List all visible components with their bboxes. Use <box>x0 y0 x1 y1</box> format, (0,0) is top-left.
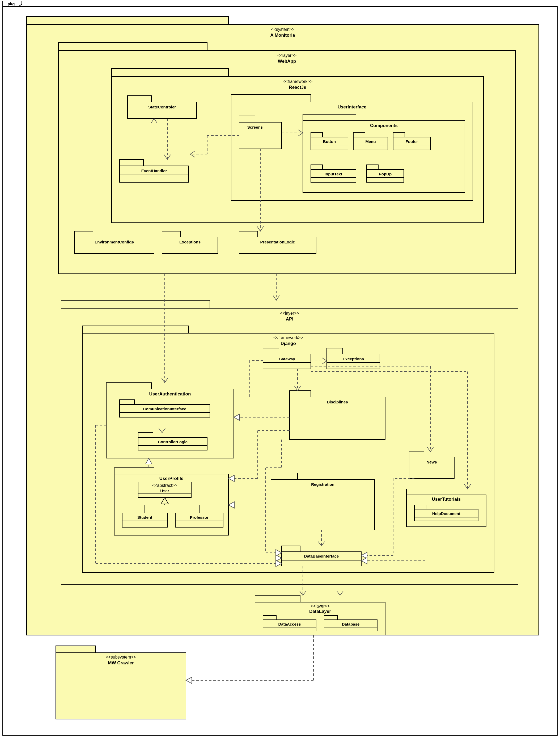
svg-rect-49 <box>263 354 311 369</box>
package-title: ComunicationInterface <box>143 407 186 411</box>
svg-rect-52 <box>327 354 380 369</box>
svg-rect-26 <box>393 132 405 137</box>
svg-rect-2 <box>27 16 228 24</box>
class-user: <<abstract>> User <box>138 482 191 497</box>
svg-rect-81 <box>415 505 426 509</box>
package-title: DataBaseInterface <box>304 554 339 559</box>
stereotype: <<system>> <box>271 27 295 32</box>
svg-rect-20 <box>311 132 323 137</box>
package-title: Menu <box>365 139 376 144</box>
class-title: Student <box>137 515 152 519</box>
package-title: UserTutorials <box>432 497 461 502</box>
stereotype: <<layer>> <box>311 604 330 608</box>
svg-rect-16 <box>239 116 255 122</box>
svg-rect-78 <box>271 479 375 530</box>
package-title: Registration <box>311 482 335 486</box>
package-title: ControllerLogic <box>158 439 187 444</box>
package-title: Button <box>323 139 336 144</box>
package-title: Exceptions <box>179 240 200 244</box>
svg-rect-38 <box>162 231 181 237</box>
package-title: Database <box>342 622 360 626</box>
svg-rect-41 <box>239 231 258 237</box>
svg-rect-59 <box>138 433 153 437</box>
svg-rect-6 <box>112 69 228 76</box>
package-title: PopUp <box>379 172 392 176</box>
stereotype: <<subsystem>> <box>106 655 136 659</box>
package-title: UserInterface <box>338 104 367 109</box>
package-title: HelpDocument <box>432 511 460 516</box>
stereotype: <<framework>> <box>273 335 303 340</box>
package-title: StateControler <box>148 105 176 109</box>
svg-rect-32 <box>367 165 378 169</box>
svg-rect-8 <box>127 96 151 102</box>
svg-rect-89 <box>263 616 276 620</box>
package-title: EventHandler <box>141 168 167 173</box>
package-title: Footer <box>406 139 418 144</box>
svg-rect-92 <box>324 616 338 620</box>
svg-rect-51 <box>327 348 343 354</box>
frame-tab-label: pkg <box>8 2 15 6</box>
svg-rect-54 <box>106 383 151 389</box>
package-title: Components <box>370 123 398 128</box>
svg-rect-73 <box>290 391 311 397</box>
uml-package-diagram: pkg <<system>> A Monitoria <<layer>> Web… <box>0 0 560 738</box>
package-title: UserAuthentication <box>149 391 191 396</box>
stereotype: <<layer>> <box>277 53 297 58</box>
svg-rect-29 <box>311 165 323 169</box>
svg-rect-79 <box>407 489 433 495</box>
package-title: DataLayer <box>309 609 331 614</box>
svg-rect-77 <box>271 473 298 479</box>
package-title: EnvironmentConfigs <box>95 240 134 244</box>
package-registration: Registration <box>271 473 375 530</box>
class-student: Student <box>122 513 167 527</box>
package-title: ReactJs <box>289 85 306 90</box>
class-title: Professor <box>190 515 208 519</box>
svg-rect-14 <box>231 95 311 102</box>
package-title: UserProfile <box>159 476 183 481</box>
svg-rect-4 <box>58 42 207 50</box>
package-title: MW Crawler <box>108 660 134 666</box>
package-title: Exceptions <box>343 357 364 361</box>
svg-rect-23 <box>353 132 365 137</box>
class-title: User <box>160 488 169 493</box>
package-title: WebApp <box>278 59 296 64</box>
svg-rect-35 <box>74 231 93 237</box>
package-title: News <box>426 460 437 464</box>
class-professor: Professor <box>175 513 223 527</box>
package-mw-crawler: <<subsystem>> MW Crawler <box>56 646 186 719</box>
svg-rect-62 <box>114 468 154 474</box>
package-title: A Monitoria <box>270 33 295 38</box>
svg-rect-87 <box>255 595 300 602</box>
svg-rect-18 <box>303 114 356 121</box>
stereotype: <<layer>> <box>280 311 299 315</box>
package-title: DataAccess <box>278 622 301 626</box>
package-title: InputText <box>325 172 342 176</box>
package-title: Disciplines <box>327 400 348 404</box>
svg-rect-84 <box>282 546 300 552</box>
svg-rect-11 <box>119 159 143 166</box>
package-disciplines: Disciplines <box>290 391 385 439</box>
svg-rect-95 <box>56 646 96 653</box>
package-title: Django <box>281 341 296 346</box>
package-title: Screens <box>247 125 263 129</box>
package-title: Gateway <box>279 357 295 361</box>
svg-rect-75 <box>409 452 424 457</box>
stereotype: <<abstract>> <box>152 483 177 488</box>
svg-rect-48 <box>263 348 279 354</box>
svg-marker-155 <box>186 677 192 684</box>
svg-rect-46 <box>82 326 189 333</box>
package-title: PresentationLogic <box>260 240 295 244</box>
stereotype: <<framework>> <box>283 79 313 84</box>
svg-rect-56 <box>119 400 134 404</box>
package-title: API <box>286 317 293 322</box>
svg-rect-44 <box>61 300 210 308</box>
